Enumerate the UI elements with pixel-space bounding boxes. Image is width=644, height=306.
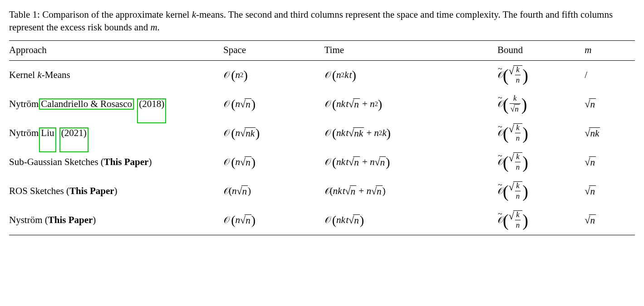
cell-m: n bbox=[585, 90, 635, 119]
table-row: Kernel k-Means 𝒪 (n2) 𝒪 (n2k t) 𝒪(kn) / bbox=[9, 60, 635, 90]
caption-text-1: Comparison of the approximate kernel bbox=[40, 9, 192, 20]
cell-bound: 𝒪(kn) bbox=[497, 119, 585, 148]
citation-link[interactable]: Calandriello & Rosasco bbox=[39, 98, 134, 110]
cell-time: 𝒪 (nk tn) bbox=[324, 206, 497, 235]
cell-approach: ROS Sketches (This Paper) bbox=[9, 177, 223, 206]
cell-m: n bbox=[585, 148, 635, 177]
cite-year: 2021 bbox=[64, 127, 84, 138]
citation-year-link[interactable]: (2021) bbox=[59, 127, 88, 152]
cell-m: n bbox=[585, 206, 635, 235]
cell-time: 𝒪 (nk tn + nn) bbox=[324, 148, 497, 177]
col-bound: Bound bbox=[497, 40, 585, 60]
approach-suffix: ) bbox=[148, 156, 152, 167]
table-caption: Table 1: Comparison of the approximate k… bbox=[9, 8, 635, 34]
cell-time: 𝒪 (nk tnk + n2k) bbox=[324, 119, 497, 148]
col-m-label: m bbox=[585, 44, 591, 55]
caption-k: k bbox=[192, 9, 196, 20]
approach-prefix: Sub-Gaussian Sketches ( bbox=[9, 156, 104, 167]
approach-prefix: Nyström ( bbox=[9, 214, 48, 225]
approach-bold: This Paper bbox=[104, 156, 149, 167]
approach-k: k bbox=[37, 69, 41, 80]
cell-approach: Nyström (This Paper) bbox=[9, 206, 223, 235]
table-row: Sub-Gaussian Sketches (This Paper) 𝒪 (nn… bbox=[9, 148, 635, 177]
cell-m: / bbox=[585, 60, 635, 90]
caption-period: . bbox=[157, 22, 160, 33]
cell-space: 𝒪 (n2) bbox=[223, 60, 324, 90]
cell-approach: NytrömLiu (2021) bbox=[9, 119, 223, 148]
table-row: NytrömLiu (2021) 𝒪 (nnk) 𝒪 (nk tnk + n2k… bbox=[9, 119, 635, 148]
cell-space: 𝒪 (nnk) bbox=[223, 119, 324, 148]
citation-year-link[interactable]: (2018) bbox=[137, 98, 166, 123]
cell-space: 𝒪 (nn) bbox=[223, 148, 324, 177]
col-space: Space bbox=[223, 40, 324, 60]
comparison-table: Approach Space Time Bound m Kernel k-Mea… bbox=[9, 40, 635, 235]
approach-prefix: ROS Sketches ( bbox=[9, 185, 69, 196]
cell-approach: Kernel k-Means bbox=[9, 60, 223, 90]
approach-suffix: -Means bbox=[42, 69, 70, 80]
cell-time: 𝒪 (n2k t) bbox=[324, 60, 497, 90]
approach-suffix: ) bbox=[114, 185, 118, 196]
caption-m: m bbox=[150, 22, 157, 33]
cell-time: 𝒪(nk tn + nn) bbox=[324, 177, 497, 206]
table-row: ROS Sketches (This Paper) 𝒪(nn) 𝒪(nk tn … bbox=[9, 177, 635, 206]
cell-bound: 𝒪(kn) bbox=[497, 60, 585, 90]
cell-m: nk bbox=[585, 119, 635, 148]
cell-bound: 𝒪(kn) bbox=[497, 177, 585, 206]
approach-suffix: ) bbox=[93, 214, 96, 225]
cell-m: n bbox=[585, 177, 635, 206]
table-row: NytrömCalandriello & Rosasco (2018) 𝒪 (n… bbox=[9, 90, 635, 119]
cell-space: 𝒪(nn) bbox=[223, 177, 324, 206]
table-row: Nyström (This Paper) 𝒪 (nn) 𝒪 (nk tn) 𝒪(… bbox=[9, 206, 635, 235]
cell-time: 𝒪 (nk tn + n2) bbox=[324, 90, 497, 119]
cell-approach: NytrömCalandriello & Rosasco (2018) bbox=[9, 90, 223, 119]
cell-bound: 𝒪(kn) bbox=[497, 148, 585, 177]
col-approach: Approach bbox=[9, 40, 223, 60]
col-time: Time bbox=[324, 40, 497, 60]
approach-prefix: Nytröm bbox=[9, 98, 39, 109]
cell-space: 𝒪 (nn) bbox=[223, 206, 324, 235]
cite-year: 2018 bbox=[142, 98, 161, 109]
cell-space: 𝒪 (nn) bbox=[223, 90, 324, 119]
approach-prefix: Nytröm bbox=[9, 127, 39, 138]
citation-link[interactable]: Liu bbox=[39, 127, 56, 152]
col-m: m bbox=[585, 40, 635, 60]
cite-authors: Liu bbox=[41, 127, 54, 138]
cell-bound: 𝒪(kn) bbox=[497, 206, 585, 235]
approach-bold: This Paper bbox=[48, 214, 93, 225]
cell-bound: 𝒪(kn) bbox=[497, 90, 585, 119]
approach-prefix: Kernel bbox=[9, 69, 37, 80]
approach-bold: This Paper bbox=[69, 185, 114, 196]
cite-authors: Calandriello & Rosasco bbox=[41, 98, 132, 109]
caption-label: Table 1: bbox=[9, 9, 40, 20]
